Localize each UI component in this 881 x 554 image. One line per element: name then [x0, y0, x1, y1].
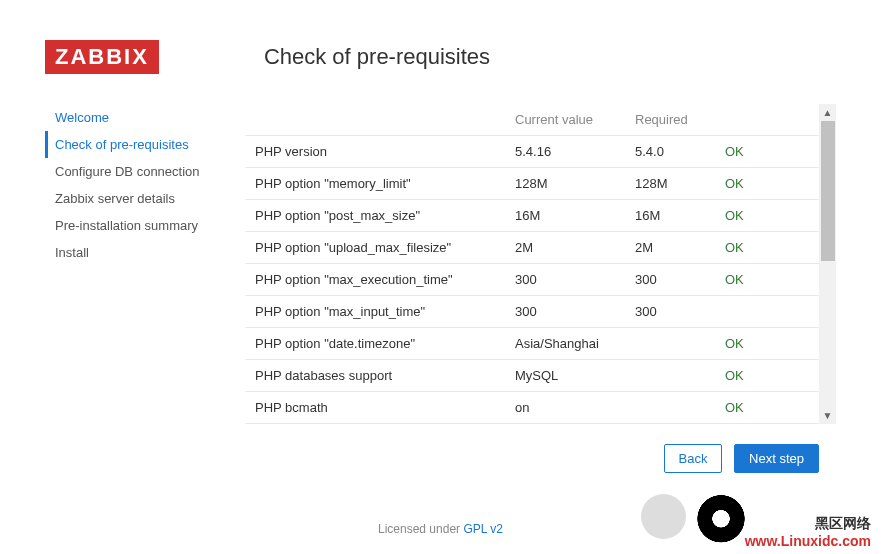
- sidebar-item-welcome[interactable]: Welcome: [45, 104, 245, 131]
- main-area: Welcome Check of pre-requisites Configur…: [45, 104, 836, 473]
- sidebar: Welcome Check of pre-requisites Configur…: [45, 104, 245, 473]
- req-name: PHP version: [245, 136, 505, 168]
- req-required: 5.4.0: [625, 136, 715, 168]
- req-status: OK: [715, 232, 836, 264]
- req-status: OK: [715, 200, 836, 232]
- req-name: PHP option "upload_max_filesize": [245, 232, 505, 264]
- req-required: 300: [625, 296, 715, 328]
- watermark-url: www.Linuxidc.com: [745, 533, 871, 549]
- sidebar-item-summary: Pre-installation summary: [45, 212, 245, 239]
- table-row: PHP option "upload_max_filesize"2M2MOK: [245, 232, 836, 264]
- installer-wrapper: ZABBIX Check of pre-requisites Welcome C…: [0, 0, 881, 554]
- table-row: PHP option "date.timezone"Asia/ShanghaiO…: [245, 328, 836, 360]
- scroll-up-icon[interactable]: ▲: [819, 104, 836, 121]
- button-row: Back Next step: [245, 444, 836, 473]
- col-name: [245, 104, 505, 136]
- table-row: PHP bcmathonOK: [245, 392, 836, 424]
- scroll-down-icon[interactable]: ▼: [819, 407, 836, 424]
- req-current: 2M: [505, 232, 625, 264]
- table-row: PHP mbstringonOK: [245, 424, 836, 425]
- req-status: OK: [715, 136, 836, 168]
- license-text: Licensed under: [378, 522, 463, 536]
- req-required: [625, 360, 715, 392]
- req-status: OK: [715, 424, 836, 425]
- req-current: 5.4.16: [505, 136, 625, 168]
- req-required: 2M: [625, 232, 715, 264]
- req-name: PHP bcmath: [245, 392, 505, 424]
- watermark: 黑区网络 www.Linuxidc.com: [745, 515, 871, 549]
- req-name: PHP option "memory_limit": [245, 168, 505, 200]
- license-link[interactable]: GPL v2: [463, 522, 503, 536]
- req-name: PHP mbstring: [245, 424, 505, 425]
- req-name: PHP option "max_input_time": [245, 296, 505, 328]
- nav-steps: Welcome Check of pre-requisites Configur…: [45, 104, 245, 266]
- req-required: [625, 392, 715, 424]
- req-current: 300: [505, 264, 625, 296]
- col-current: Current value: [505, 104, 625, 136]
- req-current: on: [505, 424, 625, 425]
- zabbix-logo: ZABBIX: [45, 40, 159, 74]
- req-required: [625, 424, 715, 425]
- req-name: PHP option "date.timezone": [245, 328, 505, 360]
- sidebar-item-install: Install: [45, 239, 245, 266]
- content: Current value Required PHP version5.4.16…: [245, 104, 836, 473]
- col-required: Required: [625, 104, 715, 136]
- header-row: ZABBIX Check of pre-requisites: [45, 40, 836, 74]
- req-required: 128M: [625, 168, 715, 200]
- req-current: 128M: [505, 168, 625, 200]
- sidebar-item-prereq[interactable]: Check of pre-requisites: [45, 131, 245, 158]
- req-current: on: [505, 392, 625, 424]
- sidebar-item-server: Zabbix server details: [45, 185, 245, 212]
- req-required: 16M: [625, 200, 715, 232]
- table-row: PHP version5.4.165.4.0OK: [245, 136, 836, 168]
- req-status: OK: [715, 264, 836, 296]
- scrollbar[interactable]: ▲ ▼: [819, 104, 836, 424]
- req-status: [715, 296, 836, 328]
- page-title: Check of pre-requisites: [264, 44, 490, 70]
- req-name: PHP databases support: [245, 360, 505, 392]
- req-current: MySQL: [505, 360, 625, 392]
- req-current: Asia/Shanghai: [505, 328, 625, 360]
- req-status: OK: [715, 392, 836, 424]
- req-required: 300: [625, 264, 715, 296]
- requirements-table: Current value Required PHP version5.4.16…: [245, 104, 836, 424]
- table-row: PHP option "post_max_size"16M16MOK: [245, 200, 836, 232]
- table-row: PHP option "memory_limit"128M128MOK: [245, 168, 836, 200]
- req-status: OK: [715, 360, 836, 392]
- req-name: PHP option "max_execution_time": [245, 264, 505, 296]
- watermark-cn: 黑区网络: [745, 515, 871, 533]
- col-status: [715, 104, 836, 136]
- back-button[interactable]: Back: [664, 444, 723, 473]
- tux-penguin-icon: [691, 494, 751, 549]
- watermark-circle-icon: [641, 494, 686, 539]
- next-step-button[interactable]: Next step: [734, 444, 819, 473]
- table-header-row: Current value Required: [245, 104, 836, 136]
- table-row: PHP databases supportMySQLOK: [245, 360, 836, 392]
- req-required: [625, 328, 715, 360]
- table-scroll: Current value Required PHP version5.4.16…: [245, 104, 836, 424]
- table-row: PHP option "max_input_time"300300: [245, 296, 836, 328]
- req-status: OK: [715, 328, 836, 360]
- req-current: 16M: [505, 200, 625, 232]
- table-row: PHP option "max_execution_time"300300OK: [245, 264, 836, 296]
- req-status: OK: [715, 168, 836, 200]
- req-current: 300: [505, 296, 625, 328]
- req-name: PHP option "post_max_size": [245, 200, 505, 232]
- sidebar-item-db: Configure DB connection: [45, 158, 245, 185]
- scroll-thumb[interactable]: [821, 121, 835, 261]
